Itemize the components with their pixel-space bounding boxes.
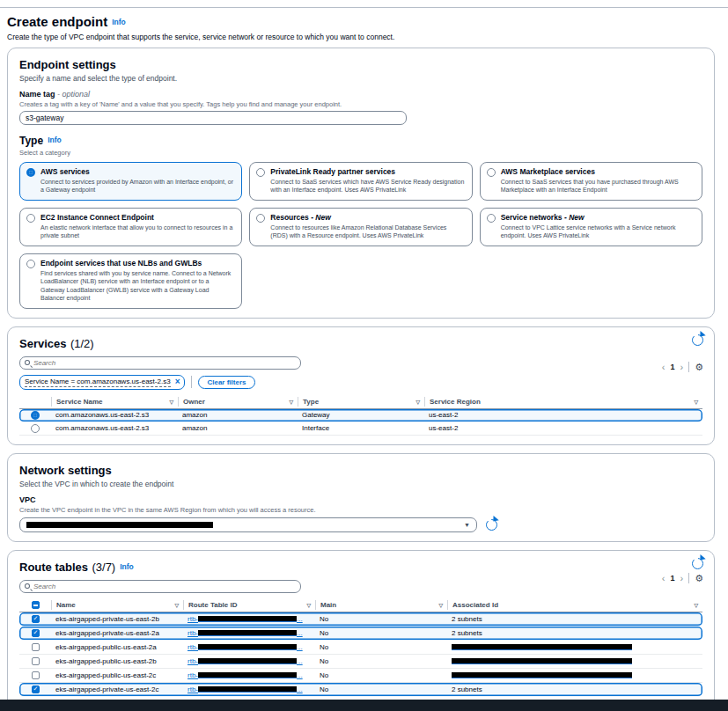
page-number[interactable]: 1 <box>670 363 674 371</box>
sort-icon[interactable]: ▽ <box>169 399 173 405</box>
type-option-aws-services[interactable]: AWS services Connect to services provide… <box>19 162 242 201</box>
row-checkbox[interactable] <box>32 657 40 665</box>
page-header: Create endpointInfo Create the type of V… <box>7 14 715 41</box>
page-number[interactable]: 1 <box>670 574 674 583</box>
type-info-link[interactable]: Info <box>48 136 62 144</box>
type-option-label: AWS Marketplace services <box>501 167 695 176</box>
sort-icon[interactable]: ▽ <box>438 602 443 608</box>
route-tables-search-input[interactable] <box>33 583 296 590</box>
sort-icon[interactable]: ▽ <box>306 602 311 608</box>
column-header-type[interactable]: Type▽ <box>298 397 424 407</box>
redacted-route-table-id <box>198 616 297 622</box>
search-icon <box>25 360 30 365</box>
services-search-input[interactable] <box>33 359 296 367</box>
redacted-bottom-bar <box>0 700 728 711</box>
row-checkbox[interactable] <box>32 671 40 679</box>
table-row[interactable]: com.amazonaws.us-east-2.s3 amazon Interf… <box>19 422 702 436</box>
redacted-associated-id <box>452 658 632 664</box>
column-header-route-table-id[interactable]: Route Table ID▽ <box>183 600 315 610</box>
route-tables-info-link[interactable]: Info <box>120 562 134 571</box>
route-table-id-cell[interactable]: rtb-... <box>183 615 315 623</box>
column-header-main[interactable]: Main▽ <box>315 600 447 610</box>
route-table-id-cell[interactable]: rtb-... <box>183 685 315 693</box>
route-tables-count: (3/7) <box>92 561 115 574</box>
gear-icon[interactable]: ⚙ <box>695 363 703 371</box>
gear-icon[interactable]: ⚙ <box>695 574 703 583</box>
associated-id-cell[interactable] <box>447 643 702 651</box>
select-all-checkbox[interactable] <box>32 601 40 609</box>
associated-id-cell[interactable] <box>447 657 702 665</box>
type-option-privatelink-partner[interactable]: PrivateLink Ready partner services Conne… <box>249 162 472 201</box>
route-table-id-cell[interactable]: rtb-... <box>183 671 315 679</box>
type-option-label: PrivateLink Ready partner services <box>270 167 464 176</box>
name-tag-input[interactable] <box>19 111 407 125</box>
name-tag-optional: - optional <box>57 90 90 99</box>
name-cell: eks-airgapped-public-us-east-2b <box>51 657 183 665</box>
services-filter-row: Service Name = com.amazonaws.us-east-2.s… <box>19 375 702 390</box>
refresh-icon[interactable] <box>486 519 497 531</box>
vpc-label: VPC <box>19 495 702 504</box>
previous-page-icon[interactable]: ‹ <box>662 363 665 371</box>
page-info-link[interactable]: Info <box>112 18 126 26</box>
radio-icon[interactable] <box>31 411 40 420</box>
column-header-service-name[interactable]: Service Name▽ <box>51 397 178 407</box>
radio-icon <box>487 168 496 177</box>
table-row[interactable]: com.amazonaws.us-east-2.s3 amazon Gatewa… <box>19 409 702 422</box>
radio-icon <box>26 260 35 268</box>
close-icon[interactable]: × <box>175 378 180 385</box>
type-option-resources[interactable]: Resources - New Connect to resources lik… <box>249 208 472 246</box>
previous-page-icon[interactable]: ‹ <box>662 574 665 583</box>
refresh-icon[interactable] <box>692 558 703 569</box>
column-header-owner[interactable]: Owner▽ <box>178 397 298 407</box>
service-name-cell: com.amazonaws.us-east-2.s3 <box>51 424 178 432</box>
route-tables-card: Route tables (3/7)Info ‹ 1 › ⚙ Name▽ Rou… <box>7 550 715 711</box>
table-row[interactable]: eks-airgapped-private-us-east-2a rtb-...… <box>19 627 702 641</box>
associated-id-cell[interactable] <box>447 671 702 679</box>
vpc-select[interactable]: ▼ <box>19 517 477 532</box>
table-row[interactable]: eks-airgapped-private-us-east-2c rtb-...… <box>19 683 702 697</box>
column-header-name[interactable]: Name▽ <box>51 600 183 610</box>
row-checkbox[interactable] <box>32 643 40 651</box>
radio-icon <box>487 214 496 223</box>
row-checkbox[interactable] <box>32 629 40 637</box>
row-checkbox[interactable] <box>32 615 40 623</box>
radio-icon[interactable] <box>31 424 40 433</box>
sort-icon[interactable]: ▽ <box>289 399 293 405</box>
clear-filters-button[interactable]: Clear filters <box>198 376 254 389</box>
sort-icon[interactable]: ▽ <box>415 399 420 405</box>
type-option-service-networks[interactable]: Service networks - New Connect to VPC La… <box>480 208 702 246</box>
type-option-description: Connect to SaaS services that you have p… <box>501 178 695 194</box>
chevron-down-icon: ▼ <box>464 522 470 528</box>
row-checkbox[interactable] <box>32 685 40 693</box>
table-row[interactable]: eks-airgapped-public-us-east-2b rtb-... … <box>19 655 702 669</box>
column-header-associated-id[interactable]: Associated Id▽ <box>447 600 702 610</box>
next-page-icon[interactable]: › <box>680 363 683 371</box>
column-header-service-region[interactable]: Service Region▽ <box>424 397 702 407</box>
type-option-label: Resources - New <box>270 213 464 222</box>
route-table-id-cell[interactable]: rtb-... <box>183 643 315 651</box>
type-option-ec2-instance-connect[interactable]: EC2 Instance Connect Endpoint An elastic… <box>19 208 242 246</box>
services-title: Services <box>19 337 67 350</box>
table-row[interactable]: eks-airgapped-public-us-east-2c rtb-... … <box>19 669 702 683</box>
sort-icon[interactable]: ▽ <box>174 602 179 608</box>
service-name-filter-token[interactable]: Service Name = com.amazonaws.us-east-2.s… <box>19 375 185 390</box>
name-tag-description: Creates a tag with a key of 'Name' and a… <box>19 100 702 108</box>
type-option-label: AWS services <box>40 167 234 176</box>
type-option-nlb-gwlb-services[interactable]: Endpoint services that use NLBs and GWLB… <box>19 253 242 309</box>
refresh-icon[interactable] <box>692 334 703 346</box>
route-tables-search[interactable] <box>19 580 301 593</box>
route-table-id-cell[interactable]: rtb-... <box>183 657 315 665</box>
table-row[interactable]: eks-airgapped-public-us-east-2a rtb-... … <box>19 641 702 655</box>
table-row[interactable]: eks-airgapped-private-us-east-2b rtb-...… <box>19 612 702 627</box>
services-search[interactable] <box>19 356 301 370</box>
owner-cell: amazon <box>178 411 298 419</box>
route-tables-table-header: Name▽ Route Table ID▽ Main▽ Associated I… <box>19 599 702 612</box>
route-table-id-cell[interactable]: rtb-... <box>183 629 315 637</box>
sort-icon[interactable]: ▽ <box>694 399 698 405</box>
type-option-marketplace[interactable]: AWS Marketplace services Connect to SaaS… <box>480 162 702 201</box>
sort-icon[interactable]: ▽ <box>694 602 698 608</box>
next-page-icon[interactable]: › <box>680 574 683 583</box>
radio-icon <box>26 168 35 177</box>
service-name-cell: com.amazonaws.us-east-2.s3 <box>51 411 178 419</box>
main-cell: No <box>315 615 447 623</box>
